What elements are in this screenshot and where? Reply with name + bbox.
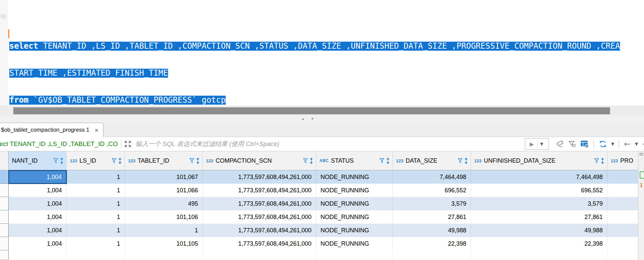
row-header-corner[interactable] [0,151,9,170]
row-number-gutter[interactable] [0,197,9,210]
splitter-sash[interactable]: ▲ ▼ [0,115,644,123]
cell-ls_id[interactable]: 1 [67,197,125,210]
column-header-ls_id[interactable]: 123LS_ID [67,151,125,170]
cell-data_size[interactable]: 3,579 [393,197,471,210]
code-fold-collapse-icon[interactable] [1,14,6,19]
sql-filter-input[interactable] [135,140,525,148]
value-panel-icon[interactable] [640,171,644,179]
sash-collapse-up-icon[interactable]: ▲ [301,116,305,121]
back-dropdown-caret-icon[interactable]: ▼ [633,142,640,146]
cell-unfinished_data_size[interactable]: 22,398 [471,237,607,250]
column-header-nant_id[interactable]: NANT_ID [9,151,67,170]
cell-ls_id[interactable]: 1 [67,210,125,224]
filter-funnel-icon[interactable] [594,158,599,164]
editor-hscrollbar-track[interactable] [0,106,644,115]
cell-nant_id[interactable]: 1,004 [9,210,67,224]
sort-icon[interactable] [464,158,468,164]
cell-tablet_id[interactable]: 495 [125,197,203,210]
row-number-gutter[interactable] [0,237,9,250]
cell-unfinished_data_size[interactable]: 7,464,498 [471,170,607,184]
filter-funnel-icon[interactable] [379,158,384,164]
cell-unfinished_data_size[interactable]: 27,861 [471,210,607,224]
cell-tablet_id[interactable]: 101,106 [125,210,203,224]
cell-tablet_id[interactable]: 101,067 [125,170,203,184]
column-header-compaction_scn[interactable]: 123COMPACTION_SCN [203,151,316,170]
cell-compaction_scn[interactable]: 1,773,597,608,494,261,000 [203,224,316,237]
cell-compaction_scn[interactable]: 1,773,597,608,494,261,000 [203,210,316,224]
cell-status[interactable]: NODE_RUNNING [316,224,393,237]
results-grid[interactable]: NANT_ID123LS_ID123TABLET_ID123COMPACTION… [0,151,644,260]
right-panel-strip[interactable]: 1 [638,151,644,260]
filter-funnel-icon[interactable] [458,158,463,164]
fetch-next-button[interactable]: → [640,138,644,150]
cell-nant_id[interactable]: 1,004 [9,237,67,250]
column-header-status[interactable]: ABCSTATUS [316,151,393,170]
expand-icon[interactable] [124,140,131,148]
cell-nant_id[interactable]: 1,004 [9,184,67,197]
row-number-gutter[interactable] [0,224,9,237]
row-number-gutter[interactable] [0,210,9,224]
fetch-previous-button[interactable]: ← [622,138,633,150]
cell-status[interactable]: NODE_RUNNING [316,197,393,210]
column-header-unfinished_data_size[interactable]: 123UNFINISHED_DATA_SIZE [471,151,607,170]
cell-ls_id[interactable]: 1 [67,237,125,250]
sort-icon[interactable] [310,158,313,164]
cell-nant_id[interactable]: 1,004 [9,170,67,184]
sort-icon[interactable] [118,158,122,164]
cell-nant_id[interactable]: 1,004 [9,224,67,237]
cell-ls_id[interactable]: 1 [67,170,125,184]
filter-funnel-icon[interactable] [53,158,58,164]
cell-compaction_scn[interactable]: 1,773,597,608,494,261,000 [203,170,316,184]
editor-hscrollbar-thumb[interactable] [13,107,610,114]
table-row[interactable]: 1,00414951,773,597,608,494,261,000NODE_R… [0,197,644,210]
filter-funnel-icon[interactable] [303,158,308,164]
column-header-tablet_id[interactable]: 123TABLET_ID [125,151,203,170]
cell-compaction_scn[interactable]: 1,773,597,608,494,261,000 [203,237,316,250]
sort-icon[interactable] [601,158,604,164]
sash-collapse-down-icon[interactable]: ▼ [311,116,314,121]
cell-tablet_id[interactable]: 101,066 [125,184,203,197]
sort-icon[interactable] [386,158,390,164]
cell-data_size[interactable]: 7,464,498 [393,170,471,184]
play-icon[interactable]: ▶ [528,141,537,147]
cell-ls_id[interactable]: 1 [67,184,125,197]
sql-editor[interactable]: select TENANT_ID ,LS_ID ,TABLET_ID ,COMP… [0,0,644,106]
sort-icon[interactable] [196,158,200,164]
cell-nant_id[interactable]: 1,004 [9,197,67,210]
cell-tablet_id[interactable]: 101,105 [125,237,203,250]
table-row[interactable]: 1,004111,773,597,608,494,261,000NODE_RUN… [0,224,644,237]
column-header-data_size[interactable]: 123DATA_SIZE [393,151,471,170]
save-filter-button[interactable] [566,138,578,150]
filter-funnel-icon[interactable] [111,158,116,164]
cell-data_size[interactable]: 49,988 [393,224,471,237]
cell-status[interactable]: NODE_RUNNING [316,210,393,224]
clear-filter-button[interactable] [553,138,566,150]
cell-status[interactable]: NODE_RUNNING [316,184,393,197]
cell-tablet_id[interactable]: 1 [125,224,203,237]
grid-settings-button[interactable] [578,138,591,150]
row-number-gutter[interactable] [0,184,9,197]
table-row[interactable]: 1,0041101,0671,773,597,608,494,261,000NO… [0,170,644,184]
cell-unfinished_data_size[interactable]: 3,579 [471,197,607,210]
cell-unfinished_data_size[interactable]: 49,988 [471,224,607,237]
cell-compaction_scn[interactable]: 1,773,597,608,494,261,000 [203,184,316,197]
cell-status[interactable]: NODE_RUNNING [316,237,393,250]
cell-status[interactable]: NODE_RUNNING [316,170,393,184]
table-row[interactable]: 1,0041101,0661,773,597,608,494,261,000NO… [0,184,644,197]
refresh-dropdown-caret-icon[interactable]: ▼ [609,142,616,146]
apply-dropdown-caret-icon[interactable]: ▼ [537,142,546,146]
cell-unfinished_data_size[interactable]: 696,552 [471,184,607,197]
sort-icon[interactable] [60,158,64,164]
results-tab[interactable]: $ob_tablet_compaction_progress 1 × [0,123,104,137]
cell-compaction_scn[interactable]: 1,773,597,608,494,261,000 [203,197,316,210]
cell-data_size[interactable]: 27,861 [393,210,471,224]
cell-data_size[interactable]: 696,552 [393,184,471,197]
apply-filter-button[interactable]: ▶ ▼ [525,138,549,150]
table-row[interactable]: 1,0041101,1051,773,597,608,494,261,000NO… [0,237,644,250]
row-number-gutter[interactable] [0,170,9,184]
cell-data_size[interactable]: 22,398 [393,237,471,250]
filter-funnel-icon[interactable] [189,158,194,164]
cell-ls_id[interactable]: 1 [67,224,125,237]
panel-menu-icon[interactable] [639,153,643,156]
table-row[interactable]: 1,0041101,1061,773,597,608,494,261,000NO… [0,210,644,224]
